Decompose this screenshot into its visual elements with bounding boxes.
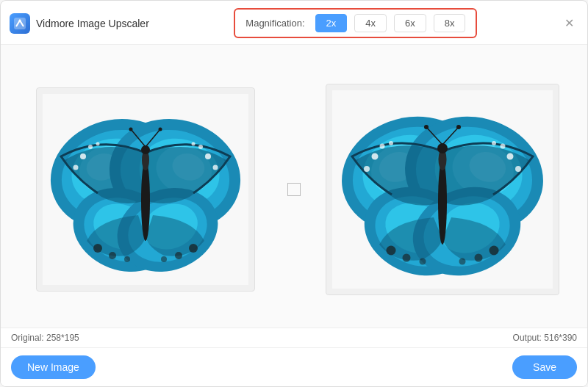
save-button[interactable]: Save (512, 355, 577, 379)
svg-point-29 (124, 256, 130, 262)
title-bar: Vidmore Image Upscaler Magnification: 2x… (1, 1, 587, 45)
svg-point-75 (424, 125, 429, 129)
svg-point-59 (364, 166, 370, 172)
svg-point-69 (475, 253, 483, 261)
svg-point-61 (507, 153, 514, 159)
new-image-button[interactable]: New Image (11, 355, 96, 379)
svg-point-39 (159, 127, 162, 131)
output-butterfly (326, 84, 559, 294)
svg-point-71 (438, 159, 447, 245)
svg-point-77 (456, 125, 461, 129)
svg-point-24 (198, 145, 203, 149)
svg-point-68 (490, 245, 499, 255)
status-bar: Original: 258*195 Output: 516*390 (1, 328, 587, 347)
original-butterfly-svg (43, 94, 248, 285)
original-butterfly (37, 88, 254, 291)
output-image-box (326, 84, 559, 295)
mag-8x-button[interactable]: 8x (434, 14, 466, 32)
svg-point-73 (437, 143, 448, 153)
svg-point-60 (389, 141, 393, 145)
output-butterfly-svg (332, 90, 553, 289)
title-left: Vidmore Image Upscaler (10, 13, 149, 34)
output-dimensions: Output: 516*390 (513, 333, 577, 343)
bottom-bar: New Image Save (1, 347, 587, 386)
mag-6x-button[interactable]: 6x (394, 14, 426, 32)
original-image-panel (10, 57, 282, 322)
app-icon (10, 13, 30, 34)
svg-point-30 (189, 244, 198, 253)
svg-point-66 (403, 253, 411, 261)
svg-point-31 (175, 252, 182, 259)
svg-point-37 (129, 127, 133, 131)
app-title: Vidmore Image Upscaler (36, 18, 149, 29)
svg-point-65 (387, 245, 396, 255)
svg-point-32 (161, 256, 167, 262)
magnification-bar: Magnification: 2x 4x 6x 8x (234, 8, 477, 38)
svg-point-63 (515, 166, 521, 172)
svg-point-26 (192, 142, 196, 145)
svg-point-23 (205, 153, 211, 159)
svg-point-70 (459, 258, 466, 264)
close-button[interactable]: ✕ (562, 17, 576, 30)
svg-point-64 (492, 141, 496, 145)
magnification-label: Magnification: (245, 18, 304, 29)
svg-point-57 (372, 153, 379, 159)
svg-point-20 (88, 145, 93, 149)
svg-point-27 (93, 244, 102, 253)
original-image-box (36, 87, 255, 292)
svg-point-22 (96, 142, 100, 145)
content-area (1, 45, 587, 328)
svg-point-19 (80, 153, 86, 159)
mag-2x-button[interactable]: 2x (315, 14, 348, 32)
svg-point-21 (74, 164, 79, 170)
output-image-panel (306, 57, 578, 322)
svg-point-62 (501, 143, 506, 148)
svg-point-25 (213, 164, 218, 170)
svg-point-33 (141, 160, 150, 241)
svg-point-58 (380, 143, 385, 148)
app-window: Vidmore Image Upscaler Magnification: 2x… (0, 0, 588, 387)
svg-point-1 (19, 19, 21, 21)
compare-divider (287, 183, 301, 196)
original-dimensions: Original: 258*195 (11, 333, 79, 343)
svg-point-28 (109, 252, 116, 259)
svg-point-67 (420, 258, 426, 264)
mag-4x-button[interactable]: 4x (354, 14, 387, 32)
